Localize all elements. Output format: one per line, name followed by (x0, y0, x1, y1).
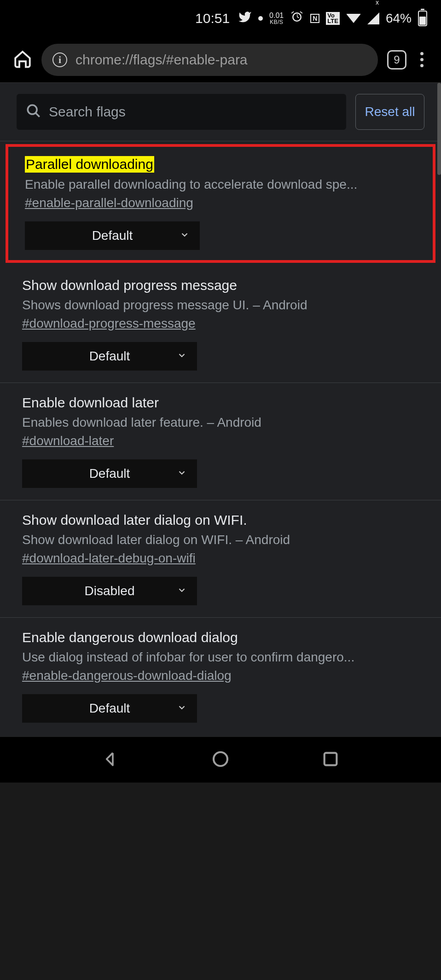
flag-select-value: Default (89, 701, 130, 716)
flag-select-value: Default (89, 466, 130, 481)
chevron-down-icon (177, 349, 187, 364)
flag-description: Enables download later feature. – Androi… (22, 415, 419, 430)
flag-title: Enable dangerous download dialog (22, 630, 238, 645)
wifi-icon (346, 14, 361, 23)
reset-all-button[interactable]: Reset all (355, 94, 424, 130)
home-icon[interactable] (13, 49, 32, 70)
flag-hash-link[interactable]: #download-later (22, 434, 114, 448)
search-icon (26, 103, 41, 121)
network-speed: 0.01 KB/S (269, 12, 284, 25)
system-nav-bar (0, 736, 441, 783)
flag-select[interactable]: Default (22, 342, 197, 371)
flag-title: Show download progress message (22, 278, 237, 293)
flag-description: Show download later dialog on WIFI. – An… (22, 533, 419, 547)
search-box[interactable] (17, 94, 346, 130)
flag-description: Enable parallel downloading to accelerat… (25, 177, 416, 192)
flag-select[interactable]: Default (25, 221, 200, 250)
alarm-icon (290, 10, 304, 27)
svg-point-2 (214, 752, 227, 766)
status-bar: 10:51 0.01 KB/S N VoLTE 64% (0, 0, 441, 37)
search-row: Reset all (0, 83, 441, 141)
nfc-icon: N (310, 14, 319, 23)
flag-select[interactable]: Default (22, 694, 197, 723)
signal-icon (367, 12, 379, 24)
chevron-down-icon (177, 584, 187, 598)
home-nav-icon[interactable] (211, 750, 230, 770)
url-text: chrome://flags/#enable-para (75, 52, 248, 68)
volte-icon: VoLTE (326, 12, 340, 24)
flag-item-dangerous-download-dialog: Enable dangerous download dialog Use dia… (0, 618, 441, 727)
flag-title: Show download later dialog on WIFI. (22, 512, 247, 528)
battery-icon (418, 11, 427, 26)
flag-hash-link[interactable]: #enable-parallel-downloading (25, 196, 193, 210)
flags-page: Reset all Parallel downloading Enable pa… (0, 83, 441, 736)
flag-hash-link[interactable]: #download-progress-message (22, 316, 196, 331)
flag-select[interactable]: Disabled (22, 577, 197, 605)
svg-line-1 (35, 113, 40, 117)
twitter-icon (238, 10, 252, 27)
chevron-down-icon (177, 701, 187, 716)
flag-item-download-later: Enable download later Enables download l… (0, 383, 441, 500)
flag-select-value: Default (89, 349, 130, 364)
tab-switcher[interactable]: 9 (387, 50, 406, 70)
flag-select[interactable]: Default (22, 459, 197, 488)
search-input[interactable] (49, 104, 337, 120)
chevron-down-icon (180, 228, 190, 243)
scrollbar[interactable] (437, 83, 441, 175)
notification-dot-icon (258, 16, 263, 21)
flag-hash-link[interactable]: #enable-dangerous-download-dialog (22, 668, 232, 683)
flag-description: Shows download progress message UI. – An… (22, 298, 419, 313)
flag-select-value: Default (92, 228, 133, 243)
svg-point-0 (28, 105, 37, 114)
url-bar[interactable]: i chrome://flags/#enable-para (41, 44, 378, 76)
flag-title: Enable download later (22, 395, 159, 411)
battery-percent: 64% (386, 11, 412, 26)
browser-toolbar: i chrome://flags/#enable-para 9 (0, 37, 441, 83)
recents-icon[interactable] (321, 750, 340, 770)
back-icon[interactable] (101, 750, 120, 770)
status-time: 10:51 (195, 11, 230, 26)
chevron-down-icon (177, 466, 187, 481)
flag-item-parallel-downloading: Parallel downloading Enable parallel dow… (6, 144, 435, 263)
flag-hash-link[interactable]: #download-later-debug-on-wifi (22, 551, 196, 566)
flag-item-download-later-wifi: Show download later dialog on WIFI. Show… (0, 500, 441, 618)
svg-rect-3 (325, 753, 337, 765)
flag-select-value: Disabled (85, 584, 135, 598)
flag-list: Parallel downloading Enable parallel dow… (0, 144, 441, 727)
flag-title: Parallel downloading (25, 156, 154, 173)
flag-description: Use dialog instead of infobar for user t… (22, 650, 419, 665)
more-menu-icon[interactable] (416, 52, 428, 67)
flag-item-download-progress-message: Show download progress message Shows dow… (0, 266, 441, 383)
info-icon: i (52, 52, 67, 67)
